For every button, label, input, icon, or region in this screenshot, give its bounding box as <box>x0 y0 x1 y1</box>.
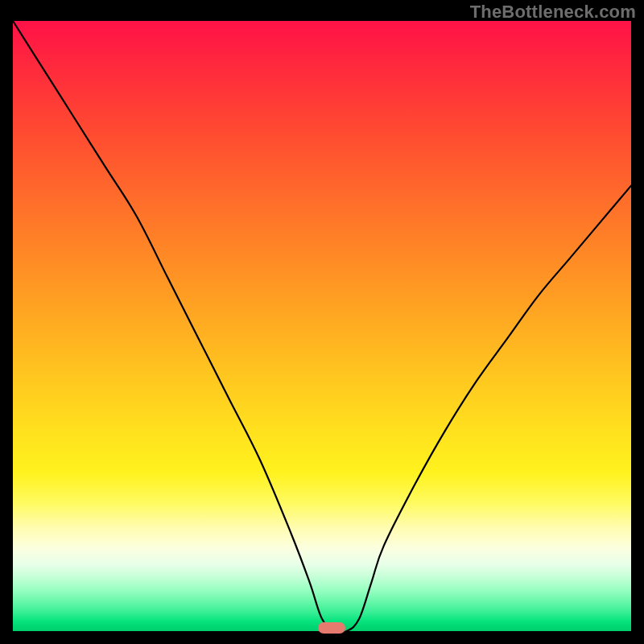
bottleneck-curve <box>13 21 631 631</box>
optimal-marker <box>318 622 345 634</box>
chart-frame: TheBottleneck.com <box>0 0 644 644</box>
plot-area <box>13 21 631 631</box>
watermark-label: TheBottleneck.com <box>470 2 636 23</box>
